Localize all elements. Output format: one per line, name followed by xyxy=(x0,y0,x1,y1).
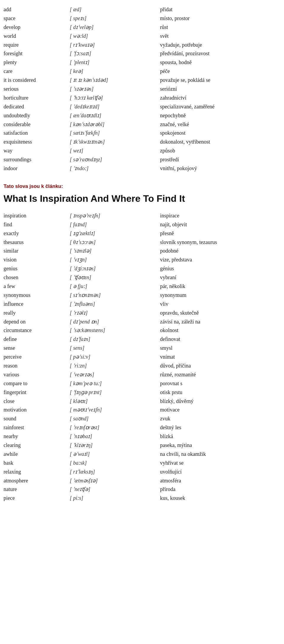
phonetic-cell: [ dɪˈpend ɒn] xyxy=(70,318,160,326)
word-cell: fingerprint xyxy=(4,388,70,397)
phonetic-cell: [ ˈhɔːtɪ kælʧə] xyxy=(70,94,160,103)
table-row: depend on [ dɪˈpend ɒn] závisí na, zálež… xyxy=(4,318,280,326)
translation-cell: okolnost xyxy=(160,326,280,335)
word-cell: piece xyxy=(4,494,70,503)
translation-cell: motivace xyxy=(160,406,280,414)
translation-cell: zvuk xyxy=(160,414,280,423)
translation-cell: péče xyxy=(160,67,280,76)
table-row: compare to [ kəmˈpeə tuː] porovnat s xyxy=(4,379,280,388)
word-cell: close xyxy=(4,397,70,406)
word-cell: nature xyxy=(4,485,70,494)
phonetic-cell: [ keə] xyxy=(70,67,160,76)
word-cell: inspiration xyxy=(4,212,70,220)
translation-cell: vliv xyxy=(160,300,280,309)
word-cell: relaxing xyxy=(4,468,70,477)
phonetic-cell: [ piːs] xyxy=(70,494,160,503)
table-row: motivation [ məʊtɪˈveɪʃn] motivace xyxy=(4,406,280,414)
phonetic-cell: [ ˈveərɪəs] xyxy=(70,370,160,379)
translation-cell: podobné xyxy=(160,247,280,256)
translation-cell: specializované, zaměřené xyxy=(160,103,280,111)
word-cell: rainforest xyxy=(4,423,70,432)
phonetic-cell: [ ˈfɔːsaɪt] xyxy=(70,49,160,58)
translation-cell: smysl xyxy=(160,344,280,353)
phonetic-cell: [ ɪkˈskwɪzɪtnəs] xyxy=(70,138,160,147)
phonetic-cell: [ kəmˈpeə tuː] xyxy=(70,379,160,388)
translation-cell: blízká xyxy=(160,432,280,441)
table-row: indoor [ ˈɪndoː] vnitřní, pokojový xyxy=(4,164,280,173)
word-cell: vision xyxy=(4,256,70,264)
table-row: dedicated [ ˈdedɪkeɪtɪd] specializované,… xyxy=(4,103,280,111)
table-row: inspiration [ ɪnspəˈreɪʃn] inspirace xyxy=(4,212,280,220)
word-cell: thesaurus xyxy=(4,238,70,247)
translation-cell: seriózní xyxy=(160,85,280,94)
phonetic-cell: [ ɪɡˈzæktlɪ] xyxy=(70,229,160,238)
phonetic-cell: [ ˈdedɪkeɪtɪd] xyxy=(70,103,160,111)
translation-cell: zahradnictví xyxy=(160,94,280,103)
word-cell: world xyxy=(4,32,70,41)
translation-cell: příroda xyxy=(160,485,280,494)
table-row: world [ wəːld] svět xyxy=(4,32,280,41)
translation-cell: předvídání, prozíravost xyxy=(160,49,280,58)
word-cell: foresight xyxy=(4,49,70,58)
word-cell: genius xyxy=(4,264,70,273)
phonetic-cell: [ məʊtɪˈveɪʃn] xyxy=(70,406,160,414)
word-cell: surroundings xyxy=(4,155,70,164)
word-cell: clearing xyxy=(4,441,70,450)
table-row: sense [ sens] smysl xyxy=(4,344,280,353)
phonetic-cell: [ wəːld] xyxy=(70,32,160,41)
word-cell: a few xyxy=(4,282,70,291)
phonetic-cell: [ ˈætməsfɪə] xyxy=(70,477,160,485)
translation-cell: atmosféra xyxy=(160,477,280,485)
table-row: chosen [ ˈʧəʊzn] vybraní xyxy=(4,273,280,282)
translation-cell: na chvíli, na okamžik xyxy=(160,450,280,459)
word-cell: add xyxy=(4,5,70,14)
word-cell: it is considered xyxy=(4,76,70,85)
phonetic-cell: [ ˈriːzn] xyxy=(70,362,160,370)
translation-cell: prostředí xyxy=(160,155,280,164)
word-cell: indoor xyxy=(4,164,70,173)
table-row: thesaurus [ θɪˈsɔːrəs] slovník synonym, … xyxy=(4,238,280,247)
table-row: influence [ ˈɪnfluəns] vliv xyxy=(4,300,280,309)
phonetic-cell: [ θɪˈsɔːrəs] xyxy=(70,238,160,247)
translation-cell: deštný les xyxy=(160,423,280,432)
translation-cell: uvolňující xyxy=(160,468,280,477)
table-row: circumstance [ ˈsəːkəmstæns] okolnost xyxy=(4,326,280,335)
word-cell: motivation xyxy=(4,406,70,414)
table-row: define [ dɪˈfaɪn] definovat xyxy=(4,335,280,344)
phonetic-cell: [ speɪs] xyxy=(70,14,160,23)
phonetic-cell: [ ˈʧəʊzn] xyxy=(70,273,160,282)
table-row: nature [ ˈneɪʧə] příroda xyxy=(4,485,280,494)
word-cell: undoubtedly xyxy=(4,111,70,120)
phonetic-cell: [ æd] xyxy=(70,5,160,14)
table-row: way [ weɪ] způsob xyxy=(4,147,280,155)
table-row: foresight [ ˈfɔːsaɪt] předvídání, prozír… xyxy=(4,49,280,58)
translation-cell: inspirace xyxy=(160,212,280,220)
translation-cell: otisk prstu xyxy=(160,388,280,397)
phonetic-cell: [ saʊnd] xyxy=(70,414,160,423)
phonetic-cell: [ ˈreɪnfɒrəst] xyxy=(70,423,160,432)
translation-cell: značné, velké xyxy=(160,120,280,129)
table-row: considerable [ kənˈsɪdərəbl] značné, vel… xyxy=(4,120,280,129)
word-cell: perceive xyxy=(4,353,70,362)
phonetic-cell: [ ˈvɪʒn] xyxy=(70,256,160,264)
phonetic-cell: [ səˈraʊndɪŋz] xyxy=(70,155,160,164)
table-row: close [ kləʊz] blízký, důvěrný xyxy=(4,397,280,406)
table-row: atmosphere [ ˈætməsfɪə] atmosféra xyxy=(4,477,280,485)
table-row: relaxing [ rɪˈlæksɪŋ] uvolňující xyxy=(4,468,280,477)
phonetic-cell: [ ɪnspəˈreɪʃn] xyxy=(70,212,160,220)
translation-cell: důvod, příčina xyxy=(160,362,280,370)
phonetic-cell: [ ˈsɪmɪlə] xyxy=(70,247,160,256)
word-cell: chosen xyxy=(4,273,70,282)
translation-cell: najít, objevit xyxy=(160,220,280,229)
phonetic-cell: [ dɪˈveləp] xyxy=(70,23,160,32)
phonetic-cell: [ rɪˈkwaɪə] xyxy=(70,41,160,50)
table-row: a few [ ə fjuː] pár, několik xyxy=(4,282,280,291)
word-cell: influence xyxy=(4,300,70,309)
translation-cell: přidat xyxy=(160,5,280,14)
word-cell: way xyxy=(4,147,70,155)
translation-cell: porovnat s xyxy=(160,379,280,388)
table-row: perceive [ pəˈsiːv] vnímat xyxy=(4,353,280,362)
translation-cell: dokonalost, vytříbenost xyxy=(160,138,280,147)
translation-cell: vnímat xyxy=(160,353,280,362)
phonetic-cell: [ ˈnɪəbaɪ] xyxy=(70,432,160,441)
